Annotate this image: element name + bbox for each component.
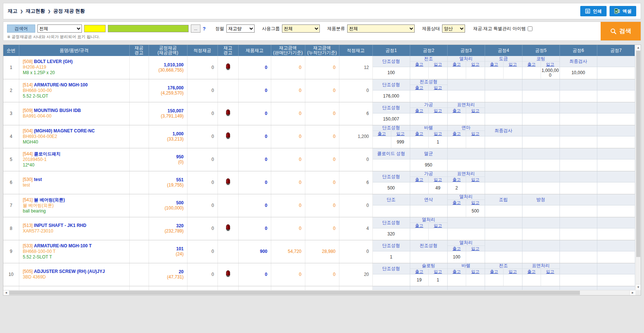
item-name[interactable]: 볼 베어링(외륜) (34, 197, 65, 202)
outgoing-link[interactable]: 출고 (448, 246, 467, 251)
incoming-link[interactable]: 입고 (429, 223, 447, 228)
print-button[interactable]: 인쇄 (580, 6, 607, 16)
outgoing-link[interactable]: 출고 (410, 85, 429, 90)
outgoing-link[interactable]: 출고 (373, 131, 392, 136)
help-icon[interactable]: ? (203, 26, 206, 32)
column-header-0[interactable]: 순번 (3, 45, 19, 56)
search-button[interactable]: 검색 (601, 22, 641, 40)
outgoing-link[interactable]: 출고 (410, 108, 429, 113)
column-header-3[interactable]: 공정재공 (재공금액) (149, 45, 187, 56)
item-link[interactable]: [505] ADJUSTER SCREW (RH) (AU)JYJ (23, 269, 129, 274)
item-link[interactable]: [514] ARMATURE-NO MGH-100 (23, 82, 129, 88)
horizontal-scrollbar[interactable]: ◄ ► (3, 290, 635, 295)
breadcrumb-item[interactable]: 공정 재공 현황 (53, 8, 85, 14)
product-stock[interactable]: 0 (238, 194, 271, 217)
outgoing-link[interactable]: 출고 (485, 62, 504, 67)
product-stock[interactable]: 0 (238, 217, 271, 240)
outgoing-link[interactable]: 출고 (448, 200, 467, 205)
column-header-11[interactable]: 공정2 (410, 45, 447, 56)
scroll-left-arrow-icon[interactable]: ◄ (3, 290, 9, 295)
scroll-up-arrow-icon[interactable]: ▲ (636, 45, 641, 51)
incoming-link[interactable]: 입고 (429, 62, 447, 67)
wip-qty-link[interactable]: 150,007 (149, 108, 184, 113)
column-header-1[interactable]: 품명/품번/규격 (19, 45, 129, 56)
product-stock[interactable]: 0 (238, 125, 271, 148)
column-header-13[interactable]: 공정4 (485, 45, 522, 56)
incoming-link[interactable]: 입고 (429, 177, 447, 182)
incoming-link[interactable]: 입고 (391, 131, 410, 136)
item-link[interactable]: [504] (MGH40) MAGNET CORE-NC (23, 128, 129, 134)
column-header-15[interactable]: 공정6 (560, 45, 597, 56)
incoming-link[interactable]: 입고 (429, 85, 447, 90)
product-stock[interactable]: 0 (238, 56, 271, 79)
scroll-right-arrow-icon[interactable]: ► (630, 290, 635, 295)
item-name[interactable]: 콜로이드패치 (34, 151, 61, 156)
incoming-link[interactable]: 입고 (466, 108, 485, 113)
item-link[interactable]: [513] INPUT SHAFT - JK1 RHD (23, 223, 129, 228)
outgoing-link[interactable]: 출고 (448, 62, 467, 67)
outgoing-link[interactable]: 출고 (410, 131, 429, 136)
more-options-button[interactable]: ... (191, 24, 200, 33)
product-stock[interactable]: 0 (238, 148, 271, 171)
item-link[interactable]: [508] BOLT LEVER (GH) (23, 59, 129, 65)
wip-qty-link[interactable]: 1,010,100 (149, 62, 184, 67)
wip-qty-link[interactable]: 500 (149, 200, 184, 205)
incoming-link[interactable]: 입고 (466, 131, 485, 136)
outgoing-link[interactable]: 출고 (410, 177, 429, 182)
outgoing-link[interactable]: 출고 (522, 269, 541, 274)
excel-button[interactable]: X 엑셀 (610, 6, 636, 16)
column-header-4[interactable]: 적정재공 (187, 45, 218, 56)
vertical-scroll-thumb[interactable] (636, 51, 640, 257)
item-name[interactable]: BOLT LEVER (GH) (34, 59, 73, 64)
product-stock[interactable]: 0 (238, 102, 271, 125)
column-header-16[interactable]: 공정7 (597, 45, 635, 56)
incoming-link[interactable]: 입고 (429, 131, 447, 136)
product-stock[interactable] (238, 286, 271, 290)
wip-qty-link[interactable]: 1,000 (149, 131, 184, 136)
incoming-link[interactable]: 입고 (466, 200, 485, 205)
item-link[interactable]: [533] ARMATURE-NO MGH-100 T (23, 243, 129, 249)
column-header-9[interactable]: 적정재고 (339, 45, 372, 56)
outgoing-link[interactable]: 출고 (448, 131, 467, 136)
outgoing-link[interactable]: 출고 (448, 177, 467, 182)
product-stock[interactable]: 0 (238, 79, 271, 102)
incoming-link[interactable]: 입고 (466, 269, 485, 274)
sort-select[interactable]: 재고량 (226, 24, 255, 33)
item-link[interactable]: [544] 콜로이드패치 (23, 151, 129, 157)
incoming-link[interactable]: 입고 (541, 269, 560, 274)
item-name[interactable]: INPUT SHAFT - JK1 RHD (34, 223, 86, 228)
column-header-10[interactable]: 공정1 (372, 45, 410, 56)
outgoing-link[interactable]: 출고 (410, 269, 429, 274)
item-name[interactable]: ARMATURE-NO MGH-100 (34, 82, 88, 88)
incoming-link[interactable]: 입고 (466, 62, 485, 67)
incoming-link[interactable]: 입고 (466, 246, 485, 251)
outgoing-link[interactable]: 출고 (410, 62, 429, 67)
item-name[interactable]: ADJUSTER SCREW (RH) (AU)JYJ (34, 269, 105, 274)
outgoing-link[interactable]: 출고 (410, 223, 429, 228)
column-header-8[interactable]: 재고금액 (누적단가기준) (305, 45, 339, 56)
column-header-7[interactable]: 재고금액 (판매단가기준) (271, 45, 305, 56)
incoming-link[interactable]: 입고 (504, 62, 522, 67)
wip-qty-link[interactable]: 20 (149, 269, 184, 274)
incoming-link[interactable]: 입고 (429, 269, 447, 274)
wip-qty-link[interactable]: 950 (149, 154, 184, 159)
wip-qty-link[interactable]: 101 (149, 246, 184, 251)
breadcrumb-item[interactable]: 재고현황 (26, 8, 45, 14)
outgoing-link[interactable]: 출고 (485, 269, 504, 274)
incoming-link[interactable]: 입고 (541, 62, 560, 67)
outgoing-link[interactable]: 출고 (522, 62, 541, 67)
product-stock[interactable]: 0 (238, 171, 271, 194)
product-stock[interactable]: 0 (238, 263, 271, 286)
vertical-scrollbar[interactable]: ▲ ▼ (635, 45, 641, 290)
search-field-select[interactable]: 전체 (37, 24, 82, 33)
scroll-down-arrow-icon[interactable]: ▼ (636, 284, 641, 290)
special-item-checkbox[interactable] (528, 26, 532, 31)
incoming-link[interactable]: 입고 (466, 177, 485, 182)
column-header-12[interactable]: 공정3 (447, 45, 485, 56)
keyword-input-primary[interactable] (84, 25, 106, 32)
item-name[interactable]: test (34, 177, 42, 182)
incoming-link[interactable]: 입고 (504, 269, 522, 274)
status-select[interactable]: 양산 (442, 24, 465, 33)
outgoing-link[interactable]: 출고 (448, 269, 467, 274)
column-header-5[interactable]: 재고 경고 (218, 45, 238, 56)
